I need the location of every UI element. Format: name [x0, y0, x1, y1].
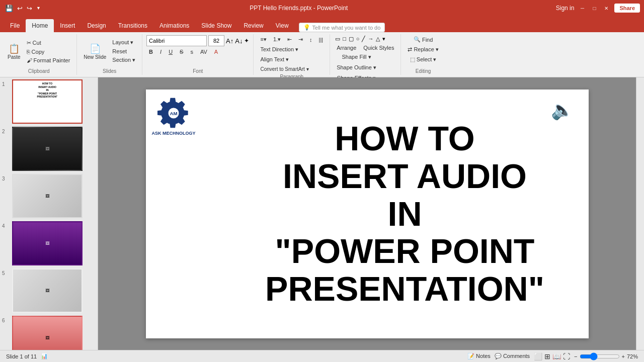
slideshow-button[interactable]: ⛶: [563, 352, 570, 360]
slide-thumb-2[interactable]: 🖼: [12, 127, 83, 171]
tab-home[interactable]: Home: [26, 19, 54, 32]
shapes-row: ▭ □ ▢ ○ ╱ → △ ▾: [334, 35, 386, 43]
shadow-button[interactable]: s: [188, 48, 196, 56]
shape-line-icon[interactable]: ╱: [361, 35, 366, 43]
audio-icon[interactable]: 🔈: [551, 100, 574, 121]
clear-format-button[interactable]: ✦: [244, 37, 249, 44]
strikethrough-button[interactable]: S: [177, 48, 186, 56]
shape-oval-icon[interactable]: ○: [355, 35, 361, 43]
clipboard-col: ✂ Cut ⎘ Copy 🖌 Format Painter: [24, 39, 73, 64]
slides-content: 📄 New Slide Layout ▾ Reset Section ▾: [81, 35, 138, 67]
paste-button[interactable]: 📋 Paste: [5, 42, 23, 61]
reading-view-button[interactable]: 📖: [552, 352, 561, 360]
char-spacing-button[interactable]: AV: [198, 48, 210, 56]
layout-button[interactable]: Layout ▾: [110, 38, 138, 47]
zoom-in-button[interactable]: +: [622, 353, 625, 359]
tab-design[interactable]: Design: [81, 19, 112, 32]
clipboard-label: Clipboard: [5, 68, 72, 74]
undo-button[interactable]: ↩: [16, 4, 24, 13]
tab-review[interactable]: Review: [237, 19, 269, 32]
shape-rect2-icon[interactable]: □: [342, 35, 347, 43]
slide-item-4[interactable]: 4 🖼: [2, 221, 96, 265]
drawing-content: ▭ □ ▢ ○ ╱ → △ ▾ Arrange Quick Styles Sha…: [334, 35, 396, 82]
lightbulb-icon: 💡: [303, 24, 310, 31]
gear-icon: AM: [156, 96, 191, 131]
arrange-button[interactable]: Arrange: [334, 44, 359, 52]
decrease-font-button[interactable]: A↓: [235, 37, 243, 45]
shape-outline-button[interactable]: Shape Outline ▾: [334, 63, 379, 72]
tab-file[interactable]: File: [4, 19, 26, 32]
maximize-button[interactable]: □: [590, 4, 598, 12]
decrease-indent-button[interactable]: ⇤: [285, 35, 294, 44]
slide-thumb-6[interactable]: 🖼: [12, 316, 83, 350]
find-button[interactable]: 🔍 Find: [411, 35, 435, 44]
align-text-button[interactable]: Align Text ▾: [258, 55, 291, 64]
line-spacing-button[interactable]: ↕: [307, 36, 315, 44]
notes-button[interactable]: 📝 Notes: [467, 353, 491, 359]
slide-thumb-4[interactable]: 🖼: [12, 221, 83, 265]
font-content: A↑ A↓ ✦ B I U S s AV A: [146, 35, 249, 67]
columns-button[interactable]: |||: [316, 36, 326, 44]
slide-sorter-button[interactable]: ⊞: [544, 352, 550, 360]
zoom-level: 72%: [627, 353, 638, 359]
tell-me-input[interactable]: 💡 Tell me what you want to do: [299, 23, 385, 32]
tab-insert[interactable]: Insert: [54, 19, 81, 32]
customize-button[interactable]: ▼: [35, 5, 42, 12]
font-color-button[interactable]: A: [212, 48, 220, 56]
tab-animations[interactable]: Animations: [153, 19, 195, 32]
slide-logo: AM ASK MECHNOLOGY: [152, 96, 196, 136]
slide-item-6[interactable]: 6 🖼: [2, 316, 96, 350]
increase-indent-button[interactable]: ⇥: [296, 35, 305, 44]
zoom-slider[interactable]: [580, 352, 620, 360]
shape-arrow-icon[interactable]: →: [367, 35, 374, 43]
increase-font-button[interactable]: A↑: [226, 37, 233, 45]
bullets-button[interactable]: ≡▾: [258, 35, 269, 44]
slide-thumb-1[interactable]: HOW TOINSERT AUDIOIN"POWER POINTPRESENTA…: [12, 79, 83, 124]
section-button[interactable]: Section ▾: [110, 56, 138, 64]
shape-rounded-icon[interactable]: ▢: [348, 35, 355, 43]
save-button[interactable]: 💾: [4, 4, 14, 13]
minimize-button[interactable]: ─: [578, 4, 586, 12]
zoom-out-button[interactable]: −: [574, 353, 577, 359]
shape-more-icon[interactable]: ▾: [381, 35, 386, 43]
share-button[interactable]: Share: [614, 4, 640, 13]
quick-styles-button[interactable]: Quick Styles: [361, 44, 396, 52]
font-name-input[interactable]: [146, 35, 207, 46]
slide-item-2[interactable]: 2 🖼: [2, 127, 96, 171]
close-button[interactable]: ✕: [602, 4, 610, 12]
tab-slideshow[interactable]: Slide Show: [195, 19, 237, 32]
shape-triangle-icon[interactable]: △: [375, 35, 381, 43]
tab-view[interactable]: View: [270, 19, 295, 32]
normal-view-button[interactable]: ⬜: [534, 352, 542, 360]
redo-button[interactable]: ↪: [26, 4, 33, 13]
slide-thumb-3[interactable]: 🖼: [12, 174, 83, 218]
convert-smartart-button[interactable]: Convert to SmartArt ▾: [258, 65, 311, 73]
slide-thumb-5[interactable]: 🖼: [12, 268, 83, 313]
view-buttons: ⬜ ⊞ 📖 ⛶: [534, 352, 570, 360]
tab-transitions[interactable]: Transitions: [112, 19, 153, 32]
font-size-input[interactable]: [208, 35, 224, 46]
format-painter-button[interactable]: 🖌 Format Painter: [24, 56, 73, 64]
copy-button[interactable]: ⎘ Copy: [24, 48, 73, 56]
underline-button[interactable]: U: [166, 48, 175, 56]
slide-item-5[interactable]: 5 🖼: [2, 268, 96, 313]
bold-button[interactable]: B: [146, 48, 155, 56]
shape-fill-button[interactable]: Shape Fill ▾: [340, 53, 374, 61]
replace-button[interactable]: ⇄ Replace ▾: [405, 45, 441, 54]
slide-info: Slide 1 of 11: [6, 353, 37, 359]
cut-button[interactable]: ✂ Cut: [24, 39, 73, 47]
sign-in-button[interactable]: Sign in: [556, 5, 575, 12]
select-button[interactable]: ⬚ Select ▾: [408, 55, 439, 64]
right-scrollbar[interactable]: [636, 77, 644, 350]
italic-button[interactable]: I: [157, 48, 164, 56]
tell-me-placeholder: Tell me what you want to do: [312, 25, 381, 31]
comments-button[interactable]: 💬 Comments: [495, 353, 530, 359]
shape-rect-icon[interactable]: ▭: [334, 35, 341, 43]
text-direction-button[interactable]: Text Direction ▾: [258, 45, 301, 54]
editing-group: 🔍 Find ⇄ Replace ▾ ⬚ Select ▾ Editing: [401, 34, 445, 75]
reset-button[interactable]: Reset: [110, 47, 138, 55]
numbering-button[interactable]: 1.▾: [271, 35, 283, 44]
slide-item-3[interactable]: 3 🖼: [2, 174, 96, 218]
new-slide-button[interactable]: 📄 New Slide: [81, 42, 109, 61]
slide-item-1[interactable]: 1 HOW TOINSERT AUDIOIN"POWER POINTPRESEN…: [2, 79, 96, 124]
